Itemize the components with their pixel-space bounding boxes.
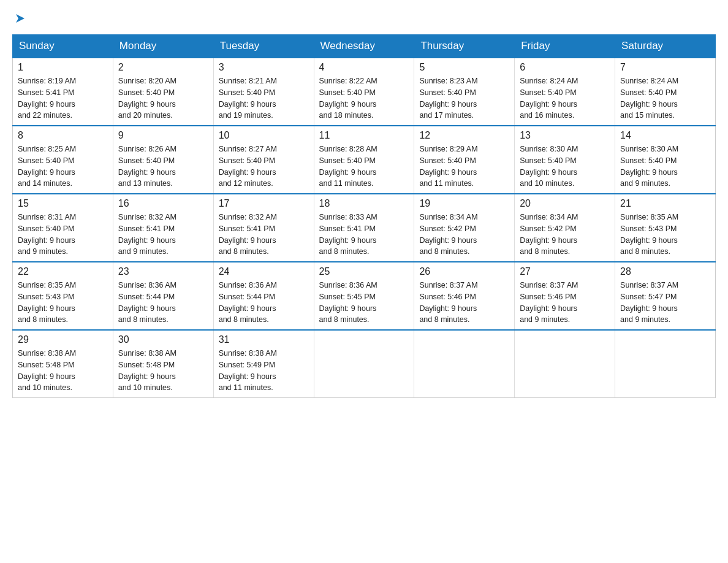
day-info: Sunrise: 8:34 AM Sunset: 5:42 PM Dayligh… bbox=[520, 212, 610, 258]
day-info: Sunrise: 8:33 AM Sunset: 5:41 PM Dayligh… bbox=[319, 212, 409, 258]
day-info: Sunrise: 8:38 AM Sunset: 5:48 PM Dayligh… bbox=[118, 348, 208, 394]
day-of-week-header: Saturday bbox=[615, 35, 716, 58]
day-number: 30 bbox=[118, 334, 208, 345]
calendar-day-cell: 26 Sunrise: 8:37 AM Sunset: 5:46 PM Dayl… bbox=[414, 262, 515, 330]
calendar-day-cell bbox=[615, 330, 716, 398]
calendar-day-cell: 18 Sunrise: 8:33 AM Sunset: 5:41 PM Dayl… bbox=[314, 194, 414, 262]
day-info: Sunrise: 8:27 AM Sunset: 5:40 PM Dayligh… bbox=[219, 144, 309, 190]
day-info: Sunrise: 8:30 AM Sunset: 5:40 PM Dayligh… bbox=[620, 144, 710, 190]
day-number: 11 bbox=[319, 130, 409, 141]
day-number: 15 bbox=[18, 198, 108, 209]
day-number: 19 bbox=[419, 198, 509, 209]
calendar-day-cell: 10 Sunrise: 8:27 AM Sunset: 5:40 PM Dayl… bbox=[213, 126, 314, 194]
calendar-week-row: 22 Sunrise: 8:35 AM Sunset: 5:43 PM Dayl… bbox=[13, 262, 716, 330]
day-info: Sunrise: 8:29 AM Sunset: 5:40 PM Dayligh… bbox=[419, 144, 509, 190]
day-info: Sunrise: 8:34 AM Sunset: 5:42 PM Dayligh… bbox=[419, 212, 509, 258]
day-info: Sunrise: 8:21 AM Sunset: 5:40 PM Dayligh… bbox=[219, 75, 309, 121]
day-number: 23 bbox=[118, 266, 208, 277]
day-number: 27 bbox=[520, 266, 610, 277]
calendar-day-cell: 11 Sunrise: 8:28 AM Sunset: 5:40 PM Dayl… bbox=[314, 126, 414, 194]
calendar-day-cell: 1 Sunrise: 8:19 AM Sunset: 5:41 PM Dayli… bbox=[13, 58, 113, 126]
calendar-day-cell: 9 Sunrise: 8:26 AM Sunset: 5:40 PM Dayli… bbox=[113, 126, 213, 194]
day-number: 25 bbox=[319, 266, 409, 277]
day-info: Sunrise: 8:19 AM Sunset: 5:41 PM Dayligh… bbox=[18, 75, 108, 121]
calendar-day-cell: 29 Sunrise: 8:38 AM Sunset: 5:48 PM Dayl… bbox=[13, 330, 113, 398]
day-info: Sunrise: 8:37 AM Sunset: 5:46 PM Dayligh… bbox=[419, 280, 509, 326]
calendar-day-cell: 4 Sunrise: 8:22 AM Sunset: 5:40 PM Dayli… bbox=[314, 58, 414, 126]
calendar-week-row: 1 Sunrise: 8:19 AM Sunset: 5:41 PM Dayli… bbox=[13, 58, 716, 126]
calendar-day-cell: 23 Sunrise: 8:36 AM Sunset: 5:44 PM Dayl… bbox=[113, 262, 213, 330]
day-number: 5 bbox=[419, 62, 509, 73]
day-of-week-header: Thursday bbox=[414, 35, 515, 58]
day-number: 14 bbox=[620, 130, 710, 141]
calendar-day-cell: 17 Sunrise: 8:32 AM Sunset: 5:41 PM Dayl… bbox=[213, 194, 314, 262]
calendar-day-cell: 28 Sunrise: 8:37 AM Sunset: 5:47 PM Dayl… bbox=[615, 262, 716, 330]
calendar-table: SundayMondayTuesdayWednesdayThursdayFrid… bbox=[12, 34, 716, 398]
calendar-week-row: 15 Sunrise: 8:31 AM Sunset: 5:40 PM Dayl… bbox=[13, 194, 716, 262]
calendar-day-cell: 2 Sunrise: 8:20 AM Sunset: 5:40 PM Dayli… bbox=[113, 58, 213, 126]
page-header bbox=[12, 12, 716, 28]
day-info: Sunrise: 8:24 AM Sunset: 5:40 PM Dayligh… bbox=[620, 75, 710, 121]
day-number: 18 bbox=[319, 198, 409, 209]
calendar-day-cell: 6 Sunrise: 8:24 AM Sunset: 5:40 PM Dayli… bbox=[515, 58, 615, 126]
day-info: Sunrise: 8:32 AM Sunset: 5:41 PM Dayligh… bbox=[118, 212, 208, 258]
calendar-week-row: 8 Sunrise: 8:25 AM Sunset: 5:40 PM Dayli… bbox=[13, 126, 716, 194]
day-number: 7 bbox=[620, 62, 710, 73]
day-info: Sunrise: 8:25 AM Sunset: 5:40 PM Dayligh… bbox=[18, 144, 108, 190]
day-info: Sunrise: 8:22 AM Sunset: 5:40 PM Dayligh… bbox=[319, 75, 409, 121]
day-info: Sunrise: 8:37 AM Sunset: 5:47 PM Dayligh… bbox=[620, 280, 710, 326]
day-of-week-header: Tuesday bbox=[213, 35, 314, 58]
calendar-day-cell: 15 Sunrise: 8:31 AM Sunset: 5:40 PM Dayl… bbox=[13, 194, 113, 262]
day-info: Sunrise: 8:20 AM Sunset: 5:40 PM Dayligh… bbox=[118, 75, 208, 121]
day-info: Sunrise: 8:24 AM Sunset: 5:40 PM Dayligh… bbox=[520, 75, 610, 121]
day-number: 9 bbox=[118, 130, 208, 141]
day-info: Sunrise: 8:36 AM Sunset: 5:45 PM Dayligh… bbox=[319, 280, 409, 326]
calendar-day-cell: 7 Sunrise: 8:24 AM Sunset: 5:40 PM Dayli… bbox=[615, 58, 716, 126]
logo-arrow-icon bbox=[13, 12, 26, 27]
day-number: 24 bbox=[219, 266, 309, 277]
logo bbox=[12, 12, 26, 28]
calendar-day-cell: 20 Sunrise: 8:34 AM Sunset: 5:42 PM Dayl… bbox=[515, 194, 615, 262]
day-info: Sunrise: 8:36 AM Sunset: 5:44 PM Dayligh… bbox=[219, 280, 309, 326]
day-number: 3 bbox=[219, 62, 309, 73]
calendar-header-row: SundayMondayTuesdayWednesdayThursdayFrid… bbox=[13, 35, 716, 58]
calendar-week-row: 29 Sunrise: 8:38 AM Sunset: 5:48 PM Dayl… bbox=[13, 330, 716, 398]
calendar-day-cell: 22 Sunrise: 8:35 AM Sunset: 5:43 PM Dayl… bbox=[13, 262, 113, 330]
day-info: Sunrise: 8:30 AM Sunset: 5:40 PM Dayligh… bbox=[520, 144, 610, 190]
day-info: Sunrise: 8:38 AM Sunset: 5:48 PM Dayligh… bbox=[18, 348, 108, 394]
day-number: 6 bbox=[520, 62, 610, 73]
calendar-day-cell: 8 Sunrise: 8:25 AM Sunset: 5:40 PM Dayli… bbox=[13, 126, 113, 194]
calendar-day-cell: 16 Sunrise: 8:32 AM Sunset: 5:41 PM Dayl… bbox=[113, 194, 213, 262]
day-info: Sunrise: 8:32 AM Sunset: 5:41 PM Dayligh… bbox=[219, 212, 309, 258]
day-info: Sunrise: 8:28 AM Sunset: 5:40 PM Dayligh… bbox=[319, 144, 409, 190]
calendar-day-cell: 24 Sunrise: 8:36 AM Sunset: 5:44 PM Dayl… bbox=[213, 262, 314, 330]
calendar-day-cell bbox=[414, 330, 515, 398]
calendar-day-cell bbox=[515, 330, 615, 398]
calendar-day-cell: 3 Sunrise: 8:21 AM Sunset: 5:40 PM Dayli… bbox=[213, 58, 314, 126]
calendar-day-cell: 25 Sunrise: 8:36 AM Sunset: 5:45 PM Dayl… bbox=[314, 262, 414, 330]
day-number: 2 bbox=[118, 62, 208, 73]
calendar-day-cell bbox=[314, 330, 414, 398]
day-number: 17 bbox=[219, 198, 309, 209]
day-number: 20 bbox=[520, 198, 610, 209]
day-number: 29 bbox=[18, 334, 108, 345]
day-of-week-header: Wednesday bbox=[314, 35, 414, 58]
calendar-day-cell: 12 Sunrise: 8:29 AM Sunset: 5:40 PM Dayl… bbox=[414, 126, 515, 194]
day-of-week-header: Friday bbox=[515, 35, 615, 58]
day-number: 10 bbox=[219, 130, 309, 141]
calendar-day-cell: 21 Sunrise: 8:35 AM Sunset: 5:43 PM Dayl… bbox=[615, 194, 716, 262]
day-number: 26 bbox=[419, 266, 509, 277]
svg-marker-0 bbox=[16, 14, 25, 23]
day-number: 13 bbox=[520, 130, 610, 141]
day-number: 16 bbox=[118, 198, 208, 209]
calendar-day-cell: 13 Sunrise: 8:30 AM Sunset: 5:40 PM Dayl… bbox=[515, 126, 615, 194]
day-number: 22 bbox=[18, 266, 108, 277]
day-of-week-header: Sunday bbox=[13, 35, 113, 58]
calendar-day-cell: 27 Sunrise: 8:37 AM Sunset: 5:46 PM Dayl… bbox=[515, 262, 615, 330]
day-number: 1 bbox=[18, 62, 108, 73]
day-number: 31 bbox=[219, 334, 309, 345]
day-number: 21 bbox=[620, 198, 710, 209]
day-info: Sunrise: 8:37 AM Sunset: 5:46 PM Dayligh… bbox=[520, 280, 610, 326]
day-number: 8 bbox=[18, 130, 108, 141]
calendar-day-cell: 31 Sunrise: 8:38 AM Sunset: 5:49 PM Dayl… bbox=[213, 330, 314, 398]
